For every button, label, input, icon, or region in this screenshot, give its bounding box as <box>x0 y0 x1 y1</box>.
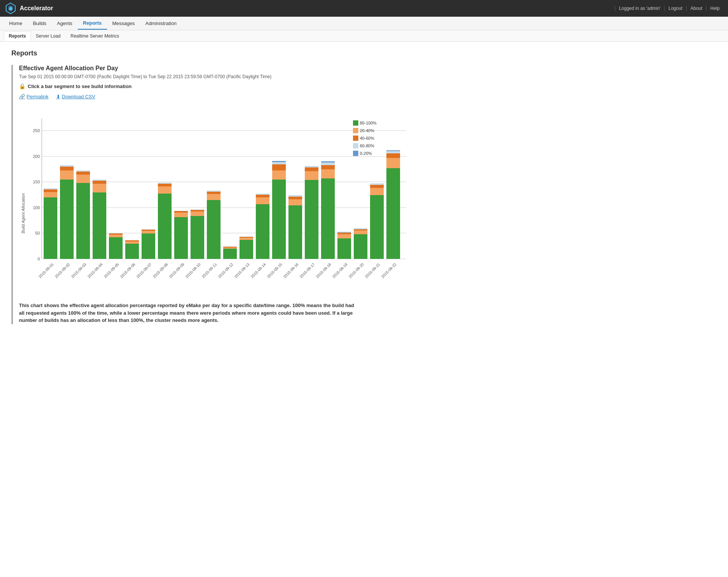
svg-text:100: 100 <box>33 205 40 210</box>
svg-rect-39 <box>125 240 139 241</box>
bar-2015-09-22[interactable] <box>386 150 400 259</box>
download-csv-link[interactable]: ⬇ Download CSV <box>56 94 95 99</box>
svg-rect-104 <box>386 158 400 168</box>
svg-rect-92 <box>337 233 351 234</box>
svg-text:2015-09-03: 2015-09-03 <box>70 262 87 279</box>
svg-text:2015-09-15: 2015-09-15 <box>266 262 283 279</box>
bar-2015-09-07[interactable] <box>142 229 155 259</box>
svg-rect-106 <box>386 151 400 153</box>
subnav-reports[interactable]: Reports <box>4 31 31 41</box>
bar-2015-09-21[interactable] <box>370 183 384 259</box>
bar-2015-09-13[interactable] <box>240 236 253 259</box>
download-icon: ⬇ <box>56 94 60 99</box>
svg-rect-52 <box>191 216 204 259</box>
svg-rect-78 <box>288 199 302 205</box>
bar-2015-09-18[interactable] <box>321 161 335 259</box>
report-click-info: 🔒 Click a bar segment to see build infor… <box>19 83 717 89</box>
bar-2015-09-06[interactable] <box>125 240 139 259</box>
svg-text:2015-09-01: 2015-09-01 <box>38 262 54 279</box>
svg-text:2015-09-04: 2015-09-04 <box>87 262 103 279</box>
svg-rect-83 <box>305 167 318 171</box>
svg-rect-18 <box>44 192 57 197</box>
svg-rect-27 <box>76 172 90 175</box>
svg-rect-25 <box>76 183 90 259</box>
bar-2015-09-01[interactable] <box>44 188 57 259</box>
bar-2015-09-05[interactable] <box>109 233 123 259</box>
bar-2015-09-15[interactable] <box>272 161 286 259</box>
svg-rect-33 <box>109 237 123 259</box>
svg-rect-42 <box>142 230 155 231</box>
svg-rect-55 <box>191 210 204 210</box>
svg-rect-134 <box>353 136 358 141</box>
permalink-link[interactable]: 🔗 Permalink <box>19 94 49 99</box>
svg-rect-56 <box>207 200 221 259</box>
page-content: Reports Effective Agent Allocation Per D… <box>0 42 728 339</box>
svg-rect-107 <box>386 150 400 151</box>
bar-2015-09-12[interactable] <box>223 246 237 259</box>
lock-icon: 🔒 <box>19 83 25 89</box>
svg-text:2015-09-05: 2015-09-05 <box>103 262 120 279</box>
svg-rect-89 <box>321 161 335 162</box>
nav-messages[interactable]: Messages <box>107 17 140 29</box>
svg-rect-100 <box>370 188 384 195</box>
user-info: Logged in as 'admin' <box>615 6 664 11</box>
nav-agents[interactable]: Agents <box>52 17 77 29</box>
about-link[interactable]: About <box>686 6 706 11</box>
bar-2015-09-02[interactable] <box>60 165 74 259</box>
svg-text:80-100%: 80-100% <box>360 121 377 125</box>
chart-container: Build Agent Allocation 0 50 100 150 200 <box>19 107 717 290</box>
nav-administration[interactable]: Administration <box>140 17 182 29</box>
svg-rect-77 <box>288 205 302 259</box>
svg-text:20-40%: 20-40% <box>360 128 374 133</box>
svg-rect-57 <box>207 194 221 200</box>
svg-text:2015-09-07: 2015-09-07 <box>136 262 152 279</box>
bar-2015-09-14[interactable] <box>256 194 269 259</box>
nav-home[interactable]: Home <box>4 17 28 29</box>
bar-2015-09-16[interactable] <box>288 195 302 259</box>
svg-rect-69 <box>256 197 269 204</box>
svg-rect-47 <box>158 183 172 184</box>
svg-text:Build Agent Allocation: Build Agent Allocation <box>21 193 25 233</box>
report-date-range: Tue Sep 01 2015 00:00:00 GMT-0700 (Pacif… <box>19 74 717 79</box>
subnav-realtime-server-metrics[interactable]: Realtime Server Metrics <box>66 31 124 41</box>
svg-rect-41 <box>142 231 155 233</box>
subnav-server-load[interactable]: Server Load <box>31 31 65 41</box>
logout-link[interactable]: Logout <box>664 6 686 11</box>
svg-rect-67 <box>240 236 253 237</box>
svg-rect-65 <box>240 238 253 240</box>
bar-2015-09-20[interactable] <box>354 228 367 259</box>
svg-rect-38 <box>125 241 139 244</box>
svg-rect-132 <box>353 128 358 133</box>
bar-2015-09-08[interactable] <box>158 183 172 259</box>
nav-builds[interactable]: Builds <box>28 17 52 29</box>
bar-2015-09-04[interactable] <box>93 180 106 259</box>
svg-rect-138 <box>353 151 358 156</box>
svg-rect-93 <box>337 232 351 233</box>
bar-2015-09-03[interactable] <box>76 170 90 259</box>
bar-2015-09-17[interactable] <box>305 166 318 259</box>
svg-rect-66 <box>240 237 253 238</box>
svg-rect-102 <box>370 183 384 185</box>
report-links: 🔗 Permalink ⬇ Download CSV <box>19 94 717 99</box>
svg-rect-68 <box>256 204 269 259</box>
svg-rect-46 <box>158 184 172 186</box>
help-link[interactable]: Help <box>706 6 723 11</box>
svg-text:2015-09-08: 2015-09-08 <box>152 262 169 279</box>
svg-rect-96 <box>354 230 367 234</box>
bar-chart: Build Agent Allocation 0 50 100 150 200 <box>19 107 418 289</box>
svg-rect-45 <box>158 186 172 194</box>
svg-text:2015-09-12: 2015-09-12 <box>217 262 234 279</box>
svg-rect-90 <box>337 238 351 259</box>
svg-rect-26 <box>76 175 90 183</box>
main-nav: Home Builds Agents Reports Messages Admi… <box>0 17 728 30</box>
svg-text:0-20%: 0-20% <box>360 151 372 156</box>
bar-2015-09-11[interactable] <box>207 191 221 259</box>
nav-reports[interactable]: Reports <box>78 17 107 30</box>
svg-rect-23 <box>60 167 74 170</box>
report-card: Effective Agent Allocation Per Day Tue S… <box>11 65 717 324</box>
bar-2015-09-10[interactable] <box>191 210 204 259</box>
svg-rect-98 <box>354 228 367 229</box>
bar-2015-09-09[interactable] <box>174 211 188 259</box>
bar-2015-09-19[interactable] <box>337 232 351 259</box>
svg-rect-43 <box>142 229 155 230</box>
